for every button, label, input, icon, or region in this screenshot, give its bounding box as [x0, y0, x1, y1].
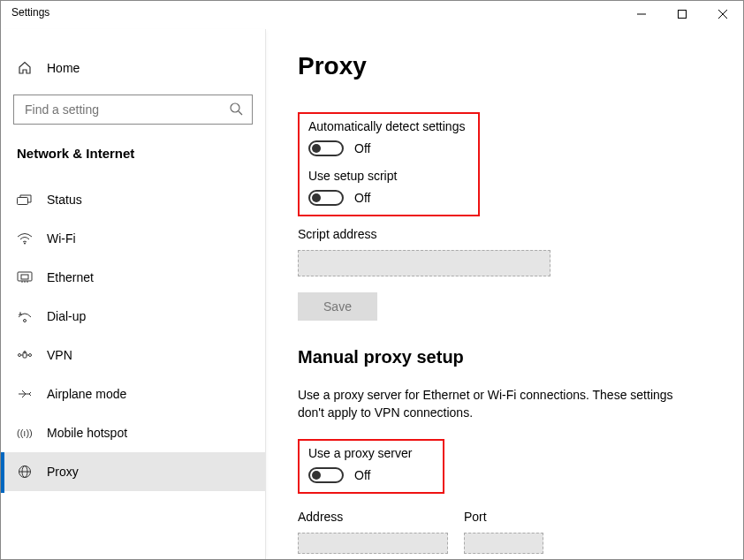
- ethernet-icon: [17, 271, 33, 284]
- airplane-icon: [17, 388, 33, 400]
- sidebar-item-label: Status: [47, 193, 82, 207]
- highlight-proxy-server: Use a proxy server Off: [298, 439, 444, 494]
- save-button-label: Save: [323, 299, 352, 314]
- script-address-input[interactable]: [298, 250, 550, 276]
- setup-script-state: Off: [354, 191, 370, 205]
- port-input[interactable]: [464, 533, 543, 554]
- content-area: Proxy Automatically detect settings Off …: [266, 29, 743, 559]
- window-controls: [621, 1, 743, 27]
- window-title: Settings: [11, 1, 49, 19]
- svg-line-5: [239, 111, 242, 115]
- manual-section-title: Manual proxy setup: [298, 347, 711, 367]
- sidebar: Home Network & Internet Status Wi-Fi: [1, 29, 266, 559]
- manual-desc: Use a proxy server for Ethernet or Wi-Fi…: [298, 387, 678, 421]
- sidebar-item-vpn[interactable]: VPN: [1, 336, 265, 375]
- script-address-label: Script address: [298, 227, 711, 241]
- dialup-icon: [17, 310, 33, 322]
- setup-script-label: Use setup script: [308, 169, 469, 183]
- sidebar-item-label: VPN: [47, 348, 72, 362]
- sidebar-item-ethernet[interactable]: Ethernet: [1, 258, 265, 297]
- hotspot-icon: ((ı)): [17, 427, 33, 439]
- home-label: Home: [47, 61, 80, 75]
- sidebar-item-airplane[interactable]: Airplane mode: [1, 375, 265, 413]
- svg-point-14: [19, 354, 21, 357]
- status-icon: [17, 193, 33, 206]
- sidebar-item-wifi[interactable]: Wi-Fi: [1, 219, 265, 258]
- svg-point-13: [24, 320, 27, 322]
- proxy-server-state: Off: [354, 468, 370, 482]
- proxy-server-toggle[interactable]: [308, 467, 344, 483]
- svg-text:((ı)): ((ı)): [17, 428, 33, 438]
- svg-rect-6: [18, 198, 28, 205]
- auto-detect-state: Off: [354, 141, 370, 155]
- sidebar-item-label: Dial-up: [47, 309, 86, 323]
- port-label: Port: [464, 510, 543, 524]
- highlight-auto: Automatically detect settings Off Use se…: [298, 112, 480, 216]
- page-title: Proxy: [298, 52, 711, 80]
- search-icon: [229, 102, 243, 118]
- sidebar-item-label: Proxy: [47, 465, 79, 479]
- sidebar-item-dialup[interactable]: Dial-up: [1, 297, 265, 336]
- save-button[interactable]: Save: [298, 292, 377, 321]
- proxy-icon: [17, 465, 33, 479]
- svg-rect-9: [21, 275, 28, 279]
- sidebar-item-hotspot[interactable]: ((ı)) Mobile hotspot: [1, 413, 265, 452]
- home-nav[interactable]: Home: [1, 56, 265, 86]
- sidebar-item-label: Ethernet: [47, 270, 94, 284]
- svg-point-4: [231, 103, 239, 112]
- setup-script-toggle[interactable]: [308, 190, 344, 206]
- maximize-button[interactable]: [662, 1, 702, 27]
- search-input[interactable]: [23, 102, 229, 117]
- auto-detect-label: Automatically detect settings: [308, 119, 469, 133]
- sidebar-item-label: Wi-Fi: [47, 231, 76, 246]
- address-label: Address: [298, 510, 448, 524]
- active-indicator: [1, 452, 4, 493]
- sidebar-item-proxy[interactable]: Proxy: [1, 452, 265, 491]
- sidebar-item-label: Mobile hotspot: [47, 426, 127, 440]
- sidebar-item-status[interactable]: Status: [1, 180, 265, 219]
- category-title: Network & Internet: [1, 140, 265, 177]
- svg-rect-1: [679, 11, 687, 19]
- auto-detect-toggle[interactable]: [308, 140, 344, 156]
- home-icon: [17, 61, 33, 75]
- close-button[interactable]: [702, 1, 743, 27]
- svg-point-7: [24, 243, 26, 245]
- vpn-icon: [17, 349, 33, 361]
- proxy-server-label: Use a proxy server: [308, 446, 434, 460]
- svg-point-15: [29, 354, 32, 357]
- search-box[interactable]: [13, 95, 253, 125]
- sidebar-item-label: Airplane mode: [47, 387, 126, 401]
- wifi-icon: [17, 232, 33, 245]
- address-input[interactable]: [298, 533, 448, 554]
- minimize-button[interactable]: [621, 1, 662, 27]
